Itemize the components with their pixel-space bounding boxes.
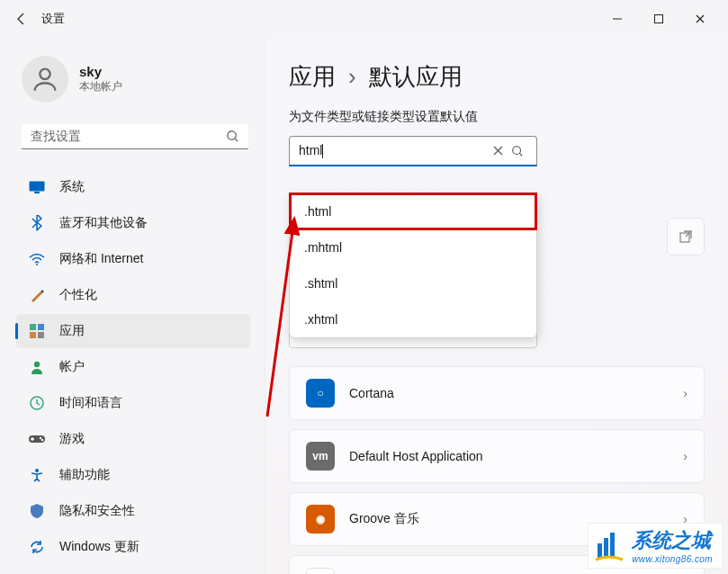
svg-rect-10 (30, 332, 36, 338)
svg-rect-11 (38, 332, 44, 338)
svg-point-18 (513, 146, 521, 154)
suggestion-item[interactable]: .html (290, 193, 536, 229)
app-label: Cortana (349, 386, 683, 400)
chevron-right-icon: › (683, 449, 688, 463)
network-icon (29, 251, 45, 267)
svg-rect-1 (655, 15, 663, 23)
nav-item-0[interactable]: 系统 (16, 170, 250, 204)
suggestion-item[interactable]: .shtml (290, 265, 536, 301)
svg-rect-6 (34, 192, 40, 193)
nav-item-label: 游戏 (59, 431, 85, 447)
minimize-button[interactable] (597, 4, 638, 33)
popout-card-button[interactable] (667, 218, 705, 256)
breadcrumb: 应用 › 默认应用 (289, 61, 705, 93)
svg-rect-25 (604, 538, 608, 558)
nav-item-label: 网络和 Internet (59, 251, 143, 267)
svg-point-2 (40, 69, 49, 79)
profile-subtitle: 本地帐户 (79, 79, 122, 94)
svg-rect-24 (598, 543, 602, 558)
search-icon (226, 130, 239, 143)
svg-rect-9 (38, 324, 44, 330)
watermark-logo-icon (594, 531, 625, 561)
svg-rect-26 (610, 533, 615, 558)
watermark-text: 系统之城 (632, 529, 711, 552)
accounts-icon (29, 359, 45, 375)
nav-item-label: 系统 (59, 179, 85, 195)
svg-rect-8 (30, 324, 36, 330)
suggestion-item[interactable]: .mhtml (290, 229, 536, 265)
window-title: 设置 (41, 11, 65, 27)
nav-item-8[interactable]: 辅助功能 (16, 458, 250, 492)
close-button[interactable] (679, 4, 721, 33)
nav-item-label: 个性化 (59, 287, 97, 303)
chevron-right-icon: › (683, 386, 688, 400)
app-card[interactable]: vmDefault Host Application› (289, 429, 705, 483)
profile-block[interactable]: sky 本地帐户 (13, 47, 265, 119)
search-button[interactable] (508, 141, 527, 161)
system-icon (29, 179, 45, 195)
app-icon: vm (306, 442, 335, 471)
nav-item-label: 隐私和安全性 (59, 503, 135, 519)
app-card[interactable]: ○Cortana› (289, 366, 705, 420)
time-icon (29, 395, 45, 411)
open-external-icon (679, 229, 693, 244)
breadcrumb-root[interactable]: 应用 (289, 61, 336, 93)
update-icon (29, 539, 45, 555)
search-icon (511, 145, 524, 157)
nav-item-6[interactable]: 时间和语言 (16, 386, 250, 420)
svg-point-12 (34, 362, 40, 367)
apps-icon (29, 323, 45, 339)
window-titlebar: 设置 (0, 0, 728, 38)
watermark: 系统之城 www.xitong86.com (588, 523, 723, 569)
bluetooth-icon (29, 215, 45, 231)
privacy-icon (29, 503, 45, 519)
nav-item-2[interactable]: 网络和 Internet (16, 242, 250, 276)
filetype-search-input[interactable]: html (289, 136, 537, 166)
gaming-icon (29, 431, 45, 447)
nav-item-9[interactable]: 隐私和安全性 (16, 494, 250, 528)
nav-item-4[interactable]: 应用 (16, 314, 250, 348)
nav-item-label: 应用 (59, 323, 85, 339)
main-content: 应用 › 默认应用 为文件类型或链接类型设置默认值 html .html.mht… (265, 38, 728, 574)
sidebar-search-input[interactable]: 查找设置 (22, 124, 248, 149)
window-controls (597, 4, 721, 33)
back-arrow-icon (14, 12, 29, 26)
svg-point-3 (228, 131, 236, 139)
nav: 系统蓝牙和其他设备网络和 Internet个性化应用帐户时间和语言游戏辅助功能隐… (13, 169, 265, 565)
breadcrumb-separator-icon: › (348, 63, 356, 91)
app-icon: ◉ (306, 505, 335, 534)
filetype-input-value: html (299, 143, 488, 158)
nav-item-3[interactable]: 个性化 (16, 278, 250, 312)
watermark-url: www.xitong86.com (632, 554, 713, 564)
section-label: 为文件类型或链接类型设置默认值 (289, 109, 705, 125)
svg-point-7 (36, 264, 38, 265)
svg-line-19 (520, 153, 523, 156)
nav-item-label: 帐户 (59, 359, 85, 375)
svg-point-15 (40, 437, 41, 439)
nav-item-1[interactable]: 蓝牙和其他设备 (16, 206, 250, 240)
maximize-button[interactable] (638, 4, 679, 33)
accessibility-icon (29, 467, 45, 483)
sidebar: sky 本地帐户 查找设置 系统蓝牙和其他设备网络和 Internet个性化应用… (0, 38, 265, 574)
svg-point-17 (35, 469, 39, 472)
app-icon: e (306, 568, 335, 574)
app-icon: ○ (306, 379, 335, 408)
nav-item-label: 辅助功能 (59, 467, 110, 483)
profile-name: sky (79, 64, 122, 79)
nav-item-label: 蓝牙和其他设备 (59, 215, 148, 231)
sidebar-search-placeholder: 查找设置 (31, 129, 226, 145)
personalize-icon (29, 287, 45, 303)
filetype-suggestions-dropdown: .html.mhtml.shtml.xhtml (289, 193, 537, 338)
nav-item-7[interactable]: 游戏 (16, 422, 250, 456)
svg-rect-5 (30, 182, 45, 192)
nav-item-label: 时间和语言 (59, 395, 122, 411)
close-icon (493, 146, 503, 156)
clear-input-button[interactable] (488, 141, 508, 161)
breadcrumb-current: 默认应用 (369, 61, 463, 93)
nav-item-5[interactable]: 帐户 (16, 350, 250, 384)
back-button[interactable] (7, 4, 36, 33)
nav-item-10[interactable]: Windows 更新 (16, 530, 250, 564)
svg-line-4 (235, 139, 238, 141)
app-label: Default Host Application (349, 449, 683, 463)
suggestion-item[interactable]: .xhtml (290, 301, 536, 337)
